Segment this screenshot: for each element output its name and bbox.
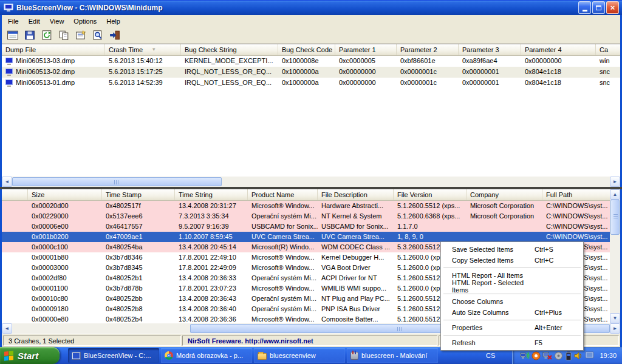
crash-row[interactable]: Mini060513-01.dmp 5.6.2013 14:52:39 IRQL…	[2, 78, 620, 89]
scroll-up-icon[interactable]: ▲	[610, 189, 620, 200]
bottom-vscroll-thumb[interactable]	[610, 200, 620, 235]
col-bug-check-string[interactable]: Bug Check String	[181, 44, 278, 55]
taskbar-button-browser[interactable]: Modrá obrazovka - p...	[161, 348, 252, 363]
driver-row[interactable]: 0x001b0200 0x47009ae1 1.10.2007 8:59:45 …	[2, 232, 610, 242]
taskbar-button-folder[interactable]: bluescreenview	[254, 348, 345, 363]
col-company[interactable]: Company	[466, 189, 542, 200]
sort-descending-icon: ▼	[151, 47, 156, 55]
col-crash-time[interactable]: Crash Time▼	[105, 44, 181, 55]
restore-button[interactable]	[592, 1, 605, 14]
status-crash-count: 3 Crashes, 1 Selected	[3, 335, 181, 346]
col-bug-check-code[interactable]: Bug Check Code	[278, 44, 335, 55]
avast-icon[interactable]	[531, 351, 541, 360]
report-window-icon	[7, 30, 18, 40]
exit-icon	[109, 30, 120, 40]
save-icon	[24, 30, 35, 40]
properties-icon	[75, 30, 86, 40]
folder-icon	[258, 353, 267, 360]
minimize-button[interactable]	[578, 1, 591, 14]
save-button[interactable]	[22, 29, 37, 42]
menu-separator	[443, 335, 581, 335]
scroll-down-icon[interactable]: ▼	[610, 313, 620, 323]
monitor-icon	[72, 352, 81, 360]
wireless-network-icon[interactable]	[520, 351, 530, 360]
find-button[interactable]	[90, 29, 105, 42]
col-full-path[interactable]: Full Path	[542, 189, 610, 200]
close-button[interactable]: ×	[606, 1, 619, 14]
top-hscroll-thumb[interactable]	[12, 177, 222, 186]
menu-options[interactable]: Options	[69, 16, 101, 26]
menu-bar: File Edit View Options Help	[2, 15, 620, 27]
menu-help[interactable]: Help	[101, 16, 125, 26]
properties-button[interactable]	[73, 29, 88, 42]
close-icon: ×	[610, 4, 615, 12]
col-time-stamp[interactable]: Time Stamp	[102, 189, 175, 200]
col-parameter-3[interactable]: Parameter 3	[459, 44, 521, 55]
col-parameter-4[interactable]: Parameter 4	[521, 44, 596, 55]
start-button[interactable]: Start	[0, 347, 60, 364]
taskbar-button-paint[interactable]: bluescreen - Malování	[347, 348, 438, 363]
col-file-description[interactable]: File Description	[318, 189, 394, 200]
taskbar-button-bluescreenview[interactable]: BlueScreenView - C:...	[68, 348, 159, 363]
col-caused-by[interactable]: Ca	[596, 44, 620, 55]
bottom-vertical-scrollbar[interactable]: ▲ ▼	[610, 189, 620, 323]
refresh-button[interactable]	[39, 29, 54, 42]
col-blank[interactable]	[2, 189, 28, 200]
crash-list-header: Dump File Crash Time▼ Bug Check String B…	[2, 44, 620, 56]
menu-separator	[443, 320, 581, 320]
menu-item-choose-columns[interactable]: Choose Columns	[442, 296, 582, 307]
menu-item-save-selected[interactable]: Save Selected ItemsCtrl+S	[442, 244, 582, 255]
status-nirsoft-link[interactable]: NirSoft Freeware. http://www.nirsoft.net	[182, 335, 437, 346]
report-window-button[interactable]	[5, 29, 20, 42]
menu-item-copy-selected[interactable]: Copy Selected ItemsCtrl+C	[442, 255, 582, 266]
taskbar-clock: 19:30	[600, 352, 617, 359]
title-bar: BlueScreenView - C:\WINDOWS\Minidump ×	[0, 0, 622, 15]
task-buttons: BlueScreenView - C:... Modrá obrazovka -…	[68, 348, 438, 363]
col-file-version[interactable]: File Version	[394, 189, 466, 200]
app-icon	[4, 4, 13, 12]
menu-edit[interactable]: Edit	[24, 16, 45, 26]
menu-separator	[443, 268, 581, 268]
crash-list-pane: Dump File Crash Time▼ Bug Check String B…	[2, 44, 620, 177]
col-size[interactable]: Size	[28, 189, 102, 200]
dump-file-icon	[5, 69, 13, 74]
find-icon	[92, 30, 103, 40]
col-parameter-1[interactable]: Parameter 1	[335, 44, 397, 55]
network-disconnected-icon[interactable]	[542, 351, 552, 360]
col-parameter-2[interactable]: Parameter 2	[397, 44, 459, 55]
crash-row[interactable]: Mini060513-02.dmp 5.6.2013 15:17:25 IRQL…	[2, 67, 620, 78]
audio-device-icon[interactable]	[554, 351, 563, 360]
menu-item-refresh[interactable]: RefreshF5	[442, 337, 582, 348]
chrome-icon	[165, 351, 173, 360]
col-product-name[interactable]: Product Name	[248, 189, 318, 200]
scroll-left-icon[interactable]: ◄	[2, 177, 12, 187]
copy-button[interactable]	[56, 29, 71, 42]
driver-row[interactable]: 0x00020d00 0x4802517f 13.4.2008 20:31:27…	[2, 201, 610, 211]
menu-item-auto-size-columns[interactable]: Auto Size ColumnsCtrl+Plus	[442, 307, 582, 318]
windows-logo-icon	[4, 351, 14, 361]
battery-icon[interactable]	[565, 351, 572, 360]
copy-icon	[58, 30, 69, 40]
menu-separator	[443, 294, 581, 294]
crash-row[interactable]: Mini060513-03.dmp 5.6.2013 15:40:12 KERN…	[2, 56, 620, 67]
top-horizontal-scrollbar[interactable]: ◄ ►	[2, 177, 620, 187]
scroll-left-icon[interactable]: ◄	[2, 323, 12, 334]
refresh-icon	[41, 30, 52, 40]
display-icon[interactable]	[585, 351, 595, 360]
start-label: Start	[18, 351, 38, 361]
driver-list-header: Size Time Stamp Time String Product Name…	[2, 189, 610, 201]
scroll-right-icon[interactable]: ►	[610, 177, 620, 187]
dump-file-icon	[5, 58, 13, 63]
menu-item-html-report-selected[interactable]: HTML Report - Selected Items	[442, 281, 582, 292]
col-time-string[interactable]: Time String	[175, 189, 248, 200]
scroll-right-icon[interactable]: ►	[610, 323, 620, 334]
menu-item-properties[interactable]: PropertiesAlt+Enter	[442, 322, 582, 333]
exit-button[interactable]	[107, 29, 122, 42]
volume-icon[interactable]	[574, 351, 583, 360]
menu-file[interactable]: File	[3, 16, 24, 26]
col-dump-file[interactable]: Dump File	[2, 44, 105, 55]
driver-row[interactable]: 0x00006e00 0x46417557 9.5.2007 9:16:39 U…	[2, 221, 610, 232]
context-menu: Save Selected ItemsCtrl+S Copy Selected …	[440, 241, 584, 351]
menu-view[interactable]: View	[45, 16, 69, 26]
driver-row[interactable]: 0x00229000 0x5137eee6 7.3.2013 3:35:34 O…	[2, 211, 610, 221]
